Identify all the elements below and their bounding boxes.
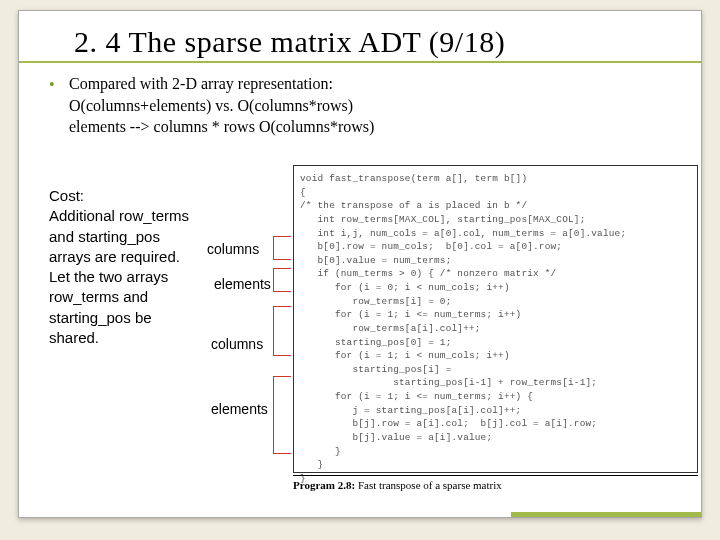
cost-text: Cost: Additional row_terms and starting_… bbox=[49, 186, 239, 348]
bottom-accent bbox=[511, 512, 701, 517]
slide-title: 2. 4 The sparse matrix ADT (9/18) bbox=[74, 25, 505, 59]
bullet-text: Compared with 2-D array representation: … bbox=[69, 73, 374, 138]
slide-container: 2. 4 The sparse matrix ADT (9/18) • Comp… bbox=[18, 10, 702, 518]
cost-l4: arrays are required. bbox=[49, 248, 180, 265]
bracket-4 bbox=[273, 376, 291, 454]
bullet-line-3: elements --> columns * rows O(columns*ro… bbox=[69, 118, 374, 135]
cost-l1: Cost: bbox=[49, 187, 84, 204]
accent-line bbox=[19, 61, 701, 63]
bullet-marker: • bbox=[49, 76, 55, 94]
cost-l8: shared. bbox=[49, 329, 99, 346]
annotation-elements-1: elements bbox=[214, 276, 271, 292]
cost-l2: Additional row_terms bbox=[49, 207, 189, 224]
annotation-columns-2: columns bbox=[211, 336, 263, 352]
cost-l7: starting_pos be bbox=[49, 309, 152, 326]
bracket-3 bbox=[273, 306, 291, 356]
caption-bold: Program 2.8: bbox=[293, 479, 355, 491]
cost-l6: row_terms and bbox=[49, 288, 148, 305]
annotation-elements-2: elements bbox=[211, 401, 268, 417]
annotation-columns-1: columns bbox=[207, 241, 259, 257]
bullet-line-2: O(columns+elements) vs. O(columns*rows) bbox=[69, 97, 353, 114]
bracket-2 bbox=[273, 268, 291, 292]
caption-text: Fast transpose of a sparse matrix bbox=[355, 479, 502, 491]
cost-l5: Let the two arrays bbox=[49, 268, 168, 285]
bracket-1 bbox=[273, 236, 291, 260]
cost-l3: and starting_pos bbox=[49, 228, 160, 245]
code-caption: Program 2.8: Fast transpose of a sparse … bbox=[293, 475, 698, 491]
bullet-line-1: Compared with 2-D array representation: bbox=[69, 75, 333, 92]
code-listing: void fast_transpose(term a[], term b[]) … bbox=[293, 165, 698, 473]
